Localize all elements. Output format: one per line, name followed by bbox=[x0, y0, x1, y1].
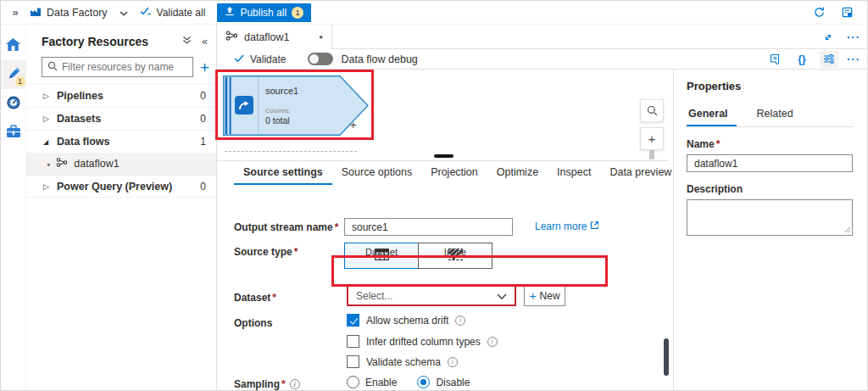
tab-general[interactable]: General bbox=[687, 104, 737, 126]
tree-item-dataflow1[interactable]: ● dataflow1 bbox=[26, 153, 216, 175]
validate-button[interactable]: Validate bbox=[234, 53, 286, 65]
source1-node[interactable]: source1 Columns: 0 total + bbox=[223, 75, 369, 136]
checkbox-unchecked-icon[interactable] bbox=[347, 355, 359, 368]
output-stream-label: Output stream name* bbox=[234, 221, 338, 233]
tree-count: 0 bbox=[200, 113, 206, 125]
chevron-down-icon bbox=[120, 7, 128, 19]
external-link-icon bbox=[590, 221, 599, 232]
infer-drifted-column-types-checkbox[interactable]: Infer drifted column types i bbox=[347, 335, 498, 348]
validate-all-button[interactable]: Validate all bbox=[140, 6, 206, 19]
nav-manage[interactable] bbox=[1, 118, 26, 147]
canvas-zoom-in-button[interactable]: + bbox=[640, 127, 664, 150]
name-input[interactable] bbox=[687, 154, 853, 172]
chevron-down-icon bbox=[497, 290, 507, 302]
sampling-disable-radio[interactable]: Disable bbox=[417, 376, 470, 388]
form-scrollbar-thumb[interactable] bbox=[664, 338, 669, 376]
dataset-label: Dataset* bbox=[234, 292, 276, 304]
app-window: » Data Factory Validate all Publish all … bbox=[0, 0, 868, 391]
radio-selected-icon[interactable] bbox=[417, 376, 430, 388]
info-icon[interactable]: i bbox=[290, 379, 300, 389]
publish-all-button[interactable]: Publish all 1 bbox=[217, 3, 311, 22]
factory-switcher[interactable]: Data Factory bbox=[30, 5, 128, 20]
tree-count: 0 bbox=[200, 90, 206, 102]
data-flow-debug-toggle[interactable] bbox=[308, 53, 333, 65]
source-type-label: Source type* bbox=[234, 246, 298, 258]
chevron-expanded-icon: ◢ bbox=[43, 138, 57, 146]
dataset-select-dropdown[interactable]: Select... bbox=[347, 285, 516, 306]
tab-inspect[interactable]: Inspect bbox=[548, 161, 600, 185]
info-icon[interactable]: i bbox=[448, 357, 458, 367]
left-nav-rail: 1 bbox=[1, 25, 26, 391]
search-icon bbox=[47, 61, 58, 74]
settings-sliders-icon[interactable] bbox=[820, 51, 838, 68]
chevron-collapsed-icon: ▷ bbox=[43, 182, 57, 191]
node-title: source1 bbox=[265, 86, 298, 96]
refresh-icon[interactable] bbox=[813, 6, 826, 19]
resources-filter-row: + bbox=[26, 55, 216, 84]
node-columns-label: Columns: bbox=[265, 108, 291, 114]
name-label: Name* bbox=[687, 138, 854, 150]
script-icon[interactable] bbox=[765, 51, 784, 68]
tab-optimize[interactable]: Optimize bbox=[487, 161, 548, 185]
editor-toolbar: Validate Data flow debug {} ··· bbox=[217, 49, 868, 70]
expand-diagonal-icon[interactable] bbox=[823, 32, 833, 42]
toolbar-more-icon[interactable]: ··· bbox=[847, 53, 860, 65]
filter-input-box[interactable] bbox=[42, 57, 193, 77]
expand-rail-icon[interactable]: » bbox=[1, 6, 30, 19]
canvas-dashed-guide bbox=[225, 151, 357, 152]
top-command-bar: » Data Factory Validate all Publish all … bbox=[1, 1, 867, 25]
filter-resources-input[interactable] bbox=[62, 61, 187, 73]
double-chevron-down-icon[interactable] bbox=[182, 36, 192, 47]
discard-all-icon[interactable] bbox=[841, 6, 854, 19]
validate-check-icon bbox=[140, 6, 152, 19]
info-icon[interactable]: i bbox=[487, 337, 498, 347]
canvas-search-button[interactable] bbox=[640, 99, 664, 122]
dataset-select-value: Select... bbox=[356, 290, 497, 302]
description-textarea[interactable] bbox=[687, 199, 853, 236]
allow-schema-drift-checkbox[interactable]: Allow schema drift i bbox=[347, 314, 465, 327]
code-braces-icon[interactable]: {} bbox=[793, 51, 811, 68]
tab-dataflow1[interactable]: dataflow1 ● bbox=[217, 25, 332, 49]
add-resource-button[interactable]: + bbox=[200, 59, 209, 75]
tab-source-settings[interactable]: Source settings bbox=[234, 161, 332, 185]
tree-item-power-query[interactable]: ▷ Power Query (Preview) 0 bbox=[26, 175, 216, 198]
tab-more-icon[interactable]: ··· bbox=[847, 31, 860, 43]
plus-icon: + bbox=[529, 289, 536, 303]
author-changes-badge: 1 bbox=[15, 76, 25, 87]
dataflow-canvas[interactable]: source1 Columns: 0 total + + bbox=[217, 70, 669, 160]
gauge-icon bbox=[6, 95, 21, 113]
info-icon[interactable]: i bbox=[455, 316, 465, 326]
radio-unselected-icon[interactable] bbox=[347, 376, 359, 388]
tree-count: 0 bbox=[200, 181, 206, 193]
new-dataset-button[interactable]: + New bbox=[524, 285, 565, 306]
source-settings-panel: Source settings Source options Projectio… bbox=[217, 160, 669, 391]
tab-related[interactable]: Related bbox=[755, 104, 802, 126]
sampling-enable-radio[interactable]: Enable bbox=[347, 376, 397, 388]
debug-toggle-label: Data flow debug bbox=[341, 53, 417, 65]
nav-home[interactable] bbox=[1, 31, 26, 60]
add-transform-icon[interactable]: + bbox=[350, 119, 357, 131]
validate-all-label: Validate all bbox=[157, 7, 206, 19]
output-stream-input[interactable] bbox=[344, 218, 513, 236]
home-icon bbox=[5, 37, 21, 54]
app-name: Data Factory bbox=[47, 7, 108, 19]
options-label: Options bbox=[234, 317, 272, 329]
collapse-panel-icon[interactable]: « bbox=[202, 36, 208, 47]
learn-more-link[interactable]: Learn more bbox=[535, 221, 599, 232]
tree-item-pipelines[interactable]: ▷ Pipelines 0 bbox=[26, 84, 216, 107]
tab-projection[interactable]: Projection bbox=[421, 161, 487, 185]
nav-author[interactable]: 1 bbox=[1, 60, 26, 89]
check-icon bbox=[234, 53, 244, 65]
checkbox-unchecked-icon[interactable] bbox=[347, 335, 359, 348]
sampling-radio-group: Enable Disable bbox=[347, 376, 470, 388]
dataflow-icon bbox=[225, 30, 238, 44]
tab-source-options[interactable]: Source options bbox=[332, 161, 421, 185]
tree-item-data-flows[interactable]: ◢ Data flows 1 bbox=[26, 130, 216, 153]
publish-upload-icon bbox=[225, 6, 235, 19]
selected-bullet-icon: ● bbox=[47, 161, 50, 167]
tree-label: Datasets bbox=[57, 113, 200, 125]
tree-item-datasets[interactable]: ▷ Datasets 0 bbox=[26, 107, 216, 130]
nav-monitor[interactable] bbox=[1, 89, 26, 118]
validate-schema-checkbox[interactable]: Validate schema i bbox=[347, 355, 458, 368]
checkbox-checked-icon[interactable] bbox=[347, 314, 359, 327]
